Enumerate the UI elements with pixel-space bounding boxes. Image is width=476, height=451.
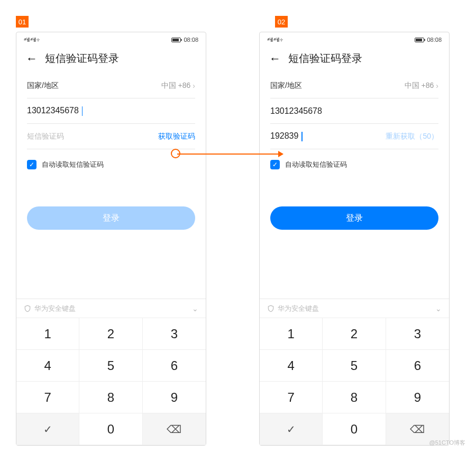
autofill-label: 自动读取短信验证码 [42, 160, 104, 169]
key-4[interactable]: 4 [16, 350, 79, 382]
key-0[interactable]: 0 [323, 413, 386, 445]
country-value: 中国 +86 [161, 81, 191, 91]
key-1[interactable]: 1 [16, 318, 79, 350]
sms-input[interactable]: 短信验证码 [27, 132, 64, 141]
resend-code-button: 重新获取（50） [386, 132, 438, 141]
key-2[interactable]: 2 [79, 318, 142, 350]
country-label: 国家/地区 [270, 81, 302, 91]
country-label: 国家/地区 [27, 81, 59, 91]
key-2[interactable]: 2 [323, 318, 386, 350]
battery-icon [415, 38, 424, 42]
key-4[interactable]: 4 [260, 350, 323, 382]
collapse-keyboard-icon[interactable]: ⌄ [192, 304, 198, 313]
autofill-checkbox[interactable]: ✓ [270, 160, 280, 169]
nav-bar: ← 短信验证码登录 [16, 47, 206, 73]
battery-icon [171, 38, 181, 42]
autofill-row: ✓ 自动读取短信验证码 [27, 160, 195, 169]
phone-input[interactable]: 13012345678 [270, 106, 322, 116]
country-row[interactable]: 国家/地区 中国 +86 › [27, 73, 195, 98]
key-8[interactable]: 8 [79, 382, 142, 413]
status-time: 08:08 [184, 37, 198, 43]
page-title: 短信验证码登录 [288, 51, 362, 66]
country-row[interactable]: 国家/地区 中国 +86 › [270, 73, 438, 98]
watermark: @51CTO博客 [429, 439, 465, 447]
keypad: 1 2 3 4 5 6 7 8 9 ✓ 0 ⌫ [260, 318, 449, 445]
text-cursor [301, 132, 303, 141]
annotation-arrow [177, 154, 283, 155]
key-9[interactable]: 9 [386, 382, 449, 413]
key-3[interactable]: 3 [386, 318, 449, 350]
signal-icons: ⁴⁶ıll ⁴⁶ıll ᯤ [24, 37, 41, 43]
phone-input-row[interactable]: 13012345678 [270, 98, 438, 124]
key-6[interactable]: 6 [143, 350, 206, 382]
screen-2: ⁴⁶ıll ⁴⁶ıll ᯤ 08:08 ← 短信验证码登录 国家/地区 中国 +… [259, 32, 450, 446]
key-3[interactable]: 3 [143, 318, 206, 350]
text-cursor [82, 106, 83, 116]
shield-icon [24, 305, 31, 312]
key-5[interactable]: 5 [79, 350, 142, 382]
login-button[interactable]: 登录 [270, 206, 438, 230]
nav-bar: ← 短信验证码登录 [260, 47, 449, 73]
chevron-right-icon: › [193, 82, 195, 90]
badge-02: 02 [275, 16, 288, 28]
back-icon[interactable]: ← [269, 52, 281, 66]
keypad: 1 2 3 4 5 6 7 8 9 ✓ 0 ⌫ [16, 318, 206, 445]
get-code-button[interactable]: 获取验证码 [158, 132, 195, 141]
key-6[interactable]: 6 [386, 350, 449, 382]
key-0[interactable]: 0 [79, 413, 142, 445]
key-7[interactable]: 7 [16, 382, 79, 413]
signal-icons: ⁴⁶ıll ⁴⁶ıll ᯤ [267, 37, 285, 43]
keyboard-label: 华为安全键盘 [278, 304, 319, 313]
key-9[interactable]: 9 [143, 382, 206, 413]
collapse-keyboard-icon[interactable]: ⌄ [435, 304, 442, 313]
country-value: 中国 +86 [405, 81, 434, 91]
back-icon[interactable]: ← [26, 52, 38, 66]
keyboard-header: 华为安全键盘 ⌄ [260, 299, 449, 318]
login-button[interactable]: 登录 [27, 206, 195, 230]
sms-input[interactable]: 192839 [270, 131, 298, 140]
key-backspace[interactable]: ⌫ [143, 413, 206, 445]
page-title: 短信验证码登录 [45, 51, 119, 66]
phone-input-row[interactable]: 13012345678 [27, 98, 195, 124]
autofill-row: ✓ 自动读取短信验证码 [270, 160, 438, 169]
key-1[interactable]: 1 [260, 318, 323, 350]
phone-input[interactable]: 13012345678 [27, 106, 79, 115]
keyboard-header: 华为安全键盘 ⌄ [16, 299, 206, 318]
keyboard-label: 华为安全键盘 [34, 304, 76, 313]
key-confirm[interactable]: ✓ [260, 413, 323, 445]
key-7[interactable]: 7 [260, 382, 323, 413]
autofill-label: 自动读取短信验证码 [285, 160, 347, 169]
sms-row: 192839 重新获取（50） [270, 124, 438, 149]
status-time: 08:08 [427, 37, 442, 43]
autofill-checkbox[interactable]: ✓ [27, 160, 36, 169]
chevron-right-icon: › [436, 82, 438, 90]
screen-1: ⁴⁶ıll ⁴⁶ıll ᯤ 08:08 ← 短信验证码登录 国家/地区 中国 +… [16, 32, 206, 446]
key-8[interactable]: 8 [323, 382, 386, 413]
sms-row: 短信验证码 获取验证码 [27, 124, 195, 149]
badge-01: 01 [16, 16, 29, 28]
key-confirm[interactable]: ✓ [16, 413, 79, 445]
key-5[interactable]: 5 [323, 350, 386, 382]
status-bar: ⁴⁶ıll ⁴⁶ıll ᯤ 08:08 [260, 32, 449, 47]
status-bar: ⁴⁶ıll ⁴⁶ıll ᯤ 08:08 [16, 32, 206, 47]
shield-icon [267, 305, 274, 312]
